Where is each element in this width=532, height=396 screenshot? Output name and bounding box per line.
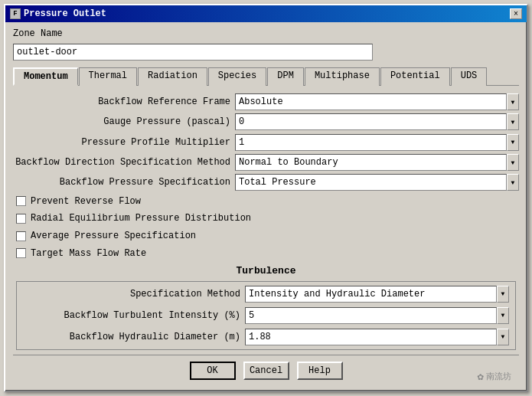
- zone-name-input[interactable]: [13, 44, 373, 61]
- backflow-pressure-arrow[interactable]: ▼: [507, 174, 519, 191]
- window-body: Zone Name Momentum Thermal Radiation Spe…: [5, 22, 527, 391]
- checkbox-radial-equilibrium: Radial Equilibrium Pressure Distribution: [13, 211, 519, 226]
- intensity-row: Backflow Turbulent Intensity (%) ▼: [23, 306, 509, 325]
- window-title: Pressure Outlet: [24, 8, 106, 19]
- pressure-profile-input[interactable]: [235, 134, 507, 151]
- backflow-pressure-wrap: Total Pressure ▼: [235, 174, 519, 191]
- close-button[interactable]: ×: [510, 8, 522, 19]
- watermark-text: 南流坊: [486, 371, 511, 382]
- watermark: ✿ 南流坊: [478, 370, 511, 383]
- intensity-arrow[interactable]: ▼: [497, 307, 509, 324]
- pressure-outlet-window: F Pressure Outlet × Zone Name Momentum T…: [4, 4, 528, 392]
- tab-species[interactable]: Species: [208, 67, 266, 86]
- pressure-profile-wrap: ▼: [235, 134, 519, 151]
- target-mass-label: Target Mass Flow Rate: [31, 248, 146, 259]
- target-mass-checkbox[interactable]: [16, 248, 26, 258]
- gauge-pressure-wrap: ▼: [235, 113, 519, 130]
- tab-uds[interactable]: UDS: [451, 67, 488, 86]
- backflow-ref-frame-label: Backflow Reference Frame: [13, 97, 235, 107]
- intensity-input[interactable]: [245, 307, 497, 324]
- tab-radiation[interactable]: Radiation: [138, 67, 207, 86]
- radial-equilibrium-checkbox[interactable]: [16, 214, 26, 224]
- gauge-pressure-row: Gauge Pressure (pascal) ▼: [13, 113, 519, 130]
- backflow-dir-arrow[interactable]: ▼: [507, 154, 519, 171]
- backflow-pressure-field[interactable]: Total Pressure: [235, 174, 507, 191]
- checkbox-target-mass: Target Mass Flow Rate: [13, 246, 519, 260]
- diameter-input[interactable]: [245, 329, 497, 345]
- average-pressure-checkbox[interactable]: [16, 231, 26, 241]
- bottom-bar: OK Cancel Help ✿ 南流坊: [13, 355, 519, 385]
- content-area: Backflow Reference Frame Absolute ▼ Gaug…: [13, 90, 519, 350]
- backflow-ref-frame-field[interactable]: Absolute: [235, 93, 507, 110]
- tab-thermal[interactable]: Thermal: [79, 67, 137, 86]
- diameter-label: Backflow Hydraulic Diameter (m): [23, 332, 245, 342]
- tab-dpm[interactable]: DPM: [267, 67, 304, 86]
- checkbox-average-pressure: Average Pressure Specification: [13, 229, 519, 244]
- backflow-ref-frame-arrow[interactable]: ▼: [507, 93, 519, 110]
- diameter-arrow[interactable]: ▼: [497, 329, 509, 345]
- title-bar: F Pressure Outlet ×: [5, 5, 527, 22]
- watermark-icon: ✿: [478, 370, 484, 383]
- pressure-profile-label: Pressure Profile Multiplier: [13, 137, 235, 148]
- gauge-pressure-input[interactable]: [235, 113, 507, 130]
- backflow-ref-frame-row: Backflow Reference Frame Absolute ▼: [13, 93, 519, 110]
- turbulence-section-title: Turbulence: [13, 265, 519, 277]
- backflow-dir-wrap: Normal to Boundary ▼: [235, 154, 519, 171]
- radial-equilibrium-label: Radial Equilibrium Pressure Distribution: [31, 213, 251, 224]
- pressure-profile-arrow[interactable]: ▼: [507, 134, 519, 151]
- spec-method-arrow[interactable]: ▼: [497, 286, 509, 303]
- spec-method-wrap: Intensity and Hydraulic Diameter ▼: [245, 286, 509, 303]
- backflow-dir-field[interactable]: Normal to Boundary: [235, 154, 507, 171]
- spec-method-field[interactable]: Intensity and Hydraulic Diameter: [245, 286, 497, 303]
- gauge-pressure-label: Gauge Pressure (pascal): [13, 116, 235, 127]
- checkbox-prevent-reverse: Prevent Reverse Flow: [13, 195, 519, 209]
- tab-multiphase[interactable]: Multiphase: [305, 67, 380, 86]
- average-pressure-label: Average Pressure Specification: [31, 231, 196, 241]
- intensity-label: Backflow Turbulent Intensity (%): [23, 310, 245, 321]
- backflow-pressure-row: Backflow Pressure Specification Total Pr…: [13, 174, 519, 191]
- tab-potential[interactable]: Potential: [380, 67, 450, 86]
- zone-name-label: Zone Name: [13, 28, 519, 39]
- backflow-pressure-label: Backflow Pressure Specification: [13, 177, 235, 188]
- window-icon: F: [10, 8, 21, 19]
- spec-method-row: Specification Method Intensity and Hydra…: [23, 285, 509, 303]
- spec-method-label: Specification Method: [23, 289, 245, 299]
- backflow-ref-frame-wrap: Absolute ▼: [235, 93, 519, 110]
- tab-momentum[interactable]: Momentum: [13, 67, 78, 86]
- turbulence-box: Specification Method Intensity and Hydra…: [16, 281, 516, 350]
- intensity-wrap: ▼: [245, 307, 509, 324]
- ok-button[interactable]: OK: [190, 362, 236, 380]
- pressure-profile-row: Pressure Profile Multiplier ▼: [13, 134, 519, 151]
- gauge-pressure-arrow[interactable]: ▼: [507, 113, 519, 130]
- cancel-button[interactable]: Cancel: [243, 362, 289, 380]
- prevent-reverse-label: Prevent Reverse Flow: [31, 196, 141, 207]
- backflow-dir-row: Backflow Direction Specification Method …: [13, 154, 519, 171]
- help-button[interactable]: Help: [297, 362, 343, 380]
- diameter-row: Backflow Hydraulic Diameter (m) ▼: [23, 328, 509, 346]
- title-bar-left: F Pressure Outlet: [10, 8, 106, 19]
- diameter-wrap: ▼: [245, 329, 509, 345]
- backflow-dir-label: Backflow Direction Specification Method: [13, 157, 235, 168]
- prevent-reverse-checkbox[interactable]: [16, 196, 26, 206]
- tab-bar: Momentum Thermal Radiation Species DPM M…: [13, 67, 519, 86]
